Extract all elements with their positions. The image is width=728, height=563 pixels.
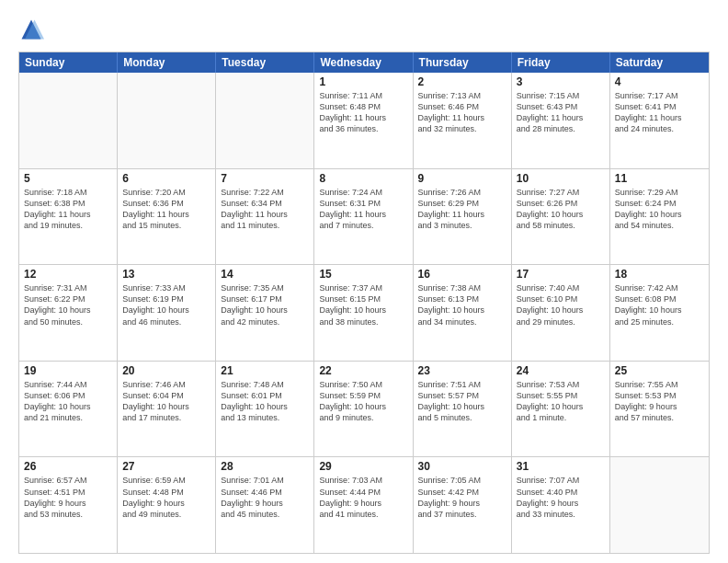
calendar-cell-2-5: 17Sunrise: 7:40 AM Sunset: 6:10 PM Dayli… [512,265,610,361]
day-number: 10 [517,172,605,185]
day-info: Sunrise: 7:15 AM Sunset: 6:43 PM Dayligh… [517,90,605,135]
day-info: Sunrise: 7:01 AM Sunset: 4:46 PM Dayligh… [221,475,309,520]
day-number: 21 [221,364,309,377]
header-day-wednesday: Wednesday [314,52,413,73]
day-info: Sunrise: 6:59 AM Sunset: 4:48 PM Dayligh… [122,475,210,520]
day-number: 7 [221,172,309,185]
calendar-cell-1-6: 11Sunrise: 7:29 AM Sunset: 6:24 PM Dayli… [610,169,709,265]
calendar-cell-3-2: 21Sunrise: 7:48 AM Sunset: 6:01 PM Dayli… [216,362,314,457]
calendar-row-1: 5Sunrise: 7:18 AM Sunset: 6:38 PM Daylig… [19,168,709,265]
day-info: Sunrise: 7:37 AM Sunset: 6:15 PM Dayligh… [319,282,407,327]
calendar-cell-0-4: 2Sunrise: 7:13 AM Sunset: 6:46 PM Daylig… [414,73,512,168]
calendar-cell-4-2: 28Sunrise: 7:01 AM Sunset: 4:46 PM Dayli… [216,457,314,553]
calendar-cell-4-1: 27Sunrise: 6:59 AM Sunset: 4:48 PM Dayli… [118,457,216,553]
day-info: Sunrise: 7:55 AM Sunset: 5:53 PM Dayligh… [615,379,704,424]
day-info: Sunrise: 7:07 AM Sunset: 4:40 PM Dayligh… [517,475,605,520]
calendar-row-4: 26Sunrise: 6:57 AM Sunset: 4:51 PM Dayli… [19,456,709,553]
day-number: 26 [24,460,112,473]
day-info: Sunrise: 7:18 AM Sunset: 6:38 PM Dayligh… [24,187,112,232]
calendar-cell-1-4: 9Sunrise: 7:26 AM Sunset: 6:29 PM Daylig… [414,169,512,265]
day-info: Sunrise: 7:05 AM Sunset: 4:42 PM Dayligh… [418,475,506,520]
day-info: Sunrise: 7:42 AM Sunset: 6:08 PM Dayligh… [615,282,704,327]
calendar-cell-4-3: 29Sunrise: 7:03 AM Sunset: 4:44 PM Dayli… [314,457,413,553]
calendar-cell-3-6: 25Sunrise: 7:55 AM Sunset: 5:53 PM Dayli… [610,362,709,457]
calendar-cell-0-5: 3Sunrise: 7:15 AM Sunset: 6:43 PM Daylig… [512,73,610,168]
calendar-cell-0-3: 1Sunrise: 7:11 AM Sunset: 6:48 PM Daylig… [314,73,413,168]
day-info: Sunrise: 7:38 AM Sunset: 6:13 PM Dayligh… [418,282,506,327]
logo [18,17,48,42]
day-number: 22 [319,364,407,377]
day-info: Sunrise: 7:53 AM Sunset: 5:55 PM Dayligh… [517,379,605,424]
header-day-friday: Friday [512,52,610,73]
day-number: 14 [221,268,309,281]
day-number: 23 [418,364,506,377]
header-day-sunday: Sunday [19,52,118,73]
calendar-header: SundayMondayTuesdayWednesdayThursdayFrid… [19,52,709,73]
calendar-row-0: 1Sunrise: 7:11 AM Sunset: 6:48 PM Daylig… [19,73,709,168]
calendar-cell-1-1: 6Sunrise: 7:20 AM Sunset: 6:36 PM Daylig… [118,169,216,265]
calendar-cell-2-1: 13Sunrise: 7:33 AM Sunset: 6:19 PM Dayli… [118,265,216,361]
calendar-cell-3-0: 19Sunrise: 7:44 AM Sunset: 6:06 PM Dayli… [19,362,118,457]
header-day-saturday: Saturday [610,52,709,73]
calendar-cell-2-0: 12Sunrise: 7:31 AM Sunset: 6:22 PM Dayli… [19,265,118,361]
calendar-cell-2-4: 16Sunrise: 7:38 AM Sunset: 6:13 PM Dayli… [414,265,512,361]
day-number: 4 [615,75,704,88]
day-info: Sunrise: 7:33 AM Sunset: 6:19 PM Dayligh… [122,282,210,327]
calendar-cell-4-4: 30Sunrise: 7:05 AM Sunset: 4:42 PM Dayli… [414,457,512,553]
day-info: Sunrise: 7:40 AM Sunset: 6:10 PM Dayligh… [517,282,605,327]
day-info: Sunrise: 7:22 AM Sunset: 6:34 PM Dayligh… [221,187,309,232]
day-info: Sunrise: 7:03 AM Sunset: 4:44 PM Dayligh… [319,475,407,520]
day-number: 27 [122,460,210,473]
header-day-tuesday: Tuesday [216,52,314,73]
day-info: Sunrise: 7:17 AM Sunset: 6:41 PM Dayligh… [615,90,704,135]
day-info: Sunrise: 7:29 AM Sunset: 6:24 PM Dayligh… [615,187,704,232]
day-number: 6 [122,172,210,185]
day-number: 11 [615,172,704,185]
calendar-cell-3-4: 23Sunrise: 7:51 AM Sunset: 5:57 PM Dayli… [414,362,512,457]
day-info: Sunrise: 7:31 AM Sunset: 6:22 PM Dayligh… [24,282,112,327]
header-day-monday: Monday [118,52,216,73]
day-number: 31 [517,460,605,473]
header-day-thursday: Thursday [414,52,512,73]
day-number: 17 [517,268,605,281]
calendar-row-3: 19Sunrise: 7:44 AM Sunset: 6:06 PM Dayli… [19,361,709,457]
day-number: 13 [122,268,210,281]
day-number: 18 [615,268,704,281]
calendar-cell-2-2: 14Sunrise: 7:35 AM Sunset: 6:17 PM Dayli… [216,265,314,361]
day-info: Sunrise: 6:57 AM Sunset: 4:51 PM Dayligh… [24,475,112,520]
calendar-cell-4-6 [610,457,709,553]
calendar-cell-3-5: 24Sunrise: 7:53 AM Sunset: 5:55 PM Dayli… [512,362,610,457]
day-info: Sunrise: 7:11 AM Sunset: 6:48 PM Dayligh… [319,90,407,135]
day-number: 25 [615,364,704,377]
day-info: Sunrise: 7:50 AM Sunset: 5:59 PM Dayligh… [319,379,407,424]
calendar-cell-1-2: 7Sunrise: 7:22 AM Sunset: 6:34 PM Daylig… [216,169,314,265]
calendar-cell-4-0: 26Sunrise: 6:57 AM Sunset: 4:51 PM Dayli… [19,457,118,553]
day-info: Sunrise: 7:46 AM Sunset: 6:04 PM Dayligh… [122,379,210,424]
calendar-cell-4-5: 31Sunrise: 7:07 AM Sunset: 4:40 PM Dayli… [512,457,610,553]
day-info: Sunrise: 7:24 AM Sunset: 6:31 PM Dayligh… [319,187,407,232]
calendar: SundayMondayTuesdayWednesdayThursdayFrid… [18,52,710,554]
day-info: Sunrise: 7:35 AM Sunset: 6:17 PM Dayligh… [221,282,309,327]
header [18,17,710,42]
calendar-cell-0-2 [216,73,314,168]
page: SundayMondayTuesdayWednesdayThursdayFrid… [0,0,728,563]
day-info: Sunrise: 7:20 AM Sunset: 6:36 PM Dayligh… [122,187,210,232]
day-number: 5 [24,172,112,185]
day-number: 30 [418,460,506,473]
calendar-cell-1-5: 10Sunrise: 7:27 AM Sunset: 6:26 PM Dayli… [512,169,610,265]
calendar-cell-2-3: 15Sunrise: 7:37 AM Sunset: 6:15 PM Dayli… [314,265,413,361]
day-number: 2 [418,75,506,88]
logo-icon [18,17,44,42]
day-number: 24 [517,364,605,377]
day-number: 19 [24,364,112,377]
day-info: Sunrise: 7:44 AM Sunset: 6:06 PM Dayligh… [24,379,112,424]
day-info: Sunrise: 7:13 AM Sunset: 6:46 PM Dayligh… [418,90,506,135]
calendar-cell-1-3: 8Sunrise: 7:24 AM Sunset: 6:31 PM Daylig… [314,169,413,265]
calendar-cell-3-1: 20Sunrise: 7:46 AM Sunset: 6:04 PM Dayli… [118,362,216,457]
day-number: 29 [319,460,407,473]
day-number: 3 [517,75,605,88]
day-number: 1 [319,75,407,88]
calendar-body: 1Sunrise: 7:11 AM Sunset: 6:48 PM Daylig… [19,73,709,553]
calendar-row-2: 12Sunrise: 7:31 AM Sunset: 6:22 PM Dayli… [19,264,709,361]
day-info: Sunrise: 7:27 AM Sunset: 6:26 PM Dayligh… [517,187,605,232]
